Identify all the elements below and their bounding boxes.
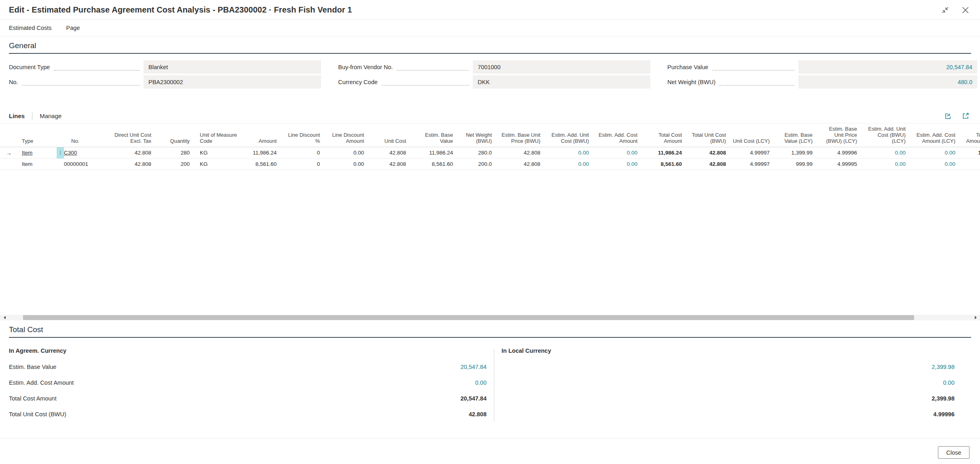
cell-quantity[interactable]: 280 — [156, 150, 195, 156]
field-value-buy-from-vendor-no[interactable]: 7001000 — [473, 60, 650, 74]
cell-direct-unit-cost-excl-tax[interactable]: 42.808 — [111, 150, 156, 156]
cell-unit-cost-lcy[interactable]: 4.99997 — [731, 150, 775, 156]
column-header-unit-cost-lcy[interactable]: Unit Cost (LCY) — [731, 138, 775, 144]
cell-estim-add-cost-amount-lcy[interactable]: 0.00 — [910, 161, 960, 167]
cell-total-cost-amount[interactable]: 11,986.24 — [642, 150, 687, 156]
cell-more-options-icon[interactable]: ⋮ — [57, 147, 64, 159]
cell-no[interactable]: 00000001 — [57, 159, 111, 170]
cell-quantity[interactable]: 200 — [156, 161, 195, 167]
cell-unit-cost[interactable]: 42.808 — [369, 161, 411, 167]
column-header-estim-add-cost-amount[interactable]: Estim. Add. Cost Amount — [594, 132, 642, 144]
cell-estim-base-value[interactable]: 8,561.60 — [411, 161, 458, 167]
scroll-right-arrow[interactable] — [971, 315, 980, 320]
close-button[interactable]: Close — [938, 446, 969, 459]
general-section-header[interactable]: General — [9, 41, 971, 54]
field-value-currency-code[interactable]: DKK — [473, 75, 650, 89]
cell-estim-base-unit-price-bwu[interactable]: 42.808 — [497, 150, 545, 156]
column-header-estim-base-unit-price-bwu[interactable]: Estim. Base Unit Price (BWU) — [497, 132, 545, 144]
total-value-estim-base-value[interactable]: 20,547.84 — [460, 364, 487, 370]
cell-estim-base-value-lcy[interactable]: 1,399.99 — [775, 150, 817, 156]
cell-line-discount[interactable]: 0 — [282, 161, 325, 167]
cell-unit-of-measure-code[interactable]: KG — [195, 150, 243, 156]
column-header-no[interactable]: No. — [57, 138, 111, 144]
column-header-amount[interactable]: Amount — [243, 138, 282, 144]
cell-total-cost-amount[interactable]: 8,561.60 — [642, 161, 687, 167]
cell-net-weight-bwu[interactable]: 200.0 — [458, 161, 497, 167]
cell-direct-unit-cost-excl-tax[interactable]: 42.808 — [111, 161, 156, 167]
total-value-in-local-currency[interactable]: 2,399.98 — [932, 364, 955, 370]
cell-line-discount-amount[interactable]: 0.00 — [325, 161, 369, 167]
field-value-document-type[interactable]: Blanket — [144, 60, 321, 74]
field-value-net-weight-bwu[interactable]: 480.0 — [798, 75, 977, 89]
type-link[interactable]: Item — [22, 150, 32, 156]
cell-amount[interactable]: 8,561.60 — [243, 161, 282, 167]
column-header-total-unit-cost-bwu[interactable]: Total Unit Cost (BWU) — [687, 132, 731, 144]
column-header-line-discount-amount[interactable]: Line Discount Amount — [325, 132, 369, 144]
column-header-estim-add-cost-amount-lcy[interactable]: Estim. Add. Cost Amount (LCY) — [910, 132, 960, 144]
share-to-excel-icon[interactable] — [944, 112, 952, 120]
cell-type[interactable]: Item — [18, 150, 57, 156]
column-header-estim-base-value-lcy[interactable]: Estim. Base Value (LCY) — [775, 132, 817, 144]
table-row[interactable]: → Item ⋮C30042.808280KG11,986.2400.0042.… — [0, 147, 980, 159]
column-header-net-weight-bwu[interactable]: Net Weight (BWU) — [458, 132, 497, 144]
cell-estim-add-unit-cost-bwu[interactable]: 0.00 — [545, 150, 594, 156]
cell-estim-base-value-lcy[interactable]: 999.99 — [775, 161, 817, 167]
cell-total-cost-amount-lcy[interactable]: 999.99 — [960, 161, 980, 167]
cell-unit-cost[interactable]: 42.808 — [369, 150, 411, 156]
column-header-unit-of-measure-code[interactable]: Unit of Measure Code — [195, 132, 243, 144]
scrollbar-thumb[interactable] — [23, 315, 914, 320]
cell-line-discount-amount[interactable]: 0.00 — [325, 150, 369, 156]
cell-total-unit-cost-bwu[interactable]: 42.808 — [687, 150, 731, 156]
cell-amount[interactable]: 11,986.24 — [243, 150, 282, 156]
total-value-estim-add-cost-amount[interactable]: 0.00 — [475, 379, 487, 386]
column-header-estim-base-unit-price-bwu-lcy[interactable]: Estim. Base Unit Price (BWU) (LCY) — [817, 126, 862, 144]
total-cost-section-header[interactable]: Total Cost — [9, 325, 971, 338]
cell-line-discount[interactable]: 0 — [282, 150, 325, 156]
close-icon[interactable] — [961, 6, 969, 14]
column-header-total-cost-amount[interactable]: Total Cost Amount — [642, 132, 687, 144]
column-header-estim-add-unit-cost-bwu-lcy[interactable]: Estim. Add. Unit Cost (BWU) (LCY) — [862, 126, 910, 144]
menu-item-estimated-costs[interactable]: Estimated Costs — [9, 25, 52, 31]
open-in-new-window-icon[interactable] — [962, 112, 969, 120]
column-header-estim-base-value[interactable]: Estim. Base Value — [411, 132, 458, 144]
menu-item-page[interactable]: Page — [66, 25, 80, 31]
cell-estim-add-cost-amount[interactable]: 0.00 — [594, 161, 642, 167]
column-header-unit-cost[interactable]: Unit Cost — [369, 138, 411, 144]
cell-total-cost-amount-lcy[interactable]: 1,399.99 — [960, 150, 980, 156]
cell-estim-add-unit-cost-bwu-lcy[interactable]: 0.00 — [862, 150, 910, 156]
field-purchase-value: Purchase Value 20,547.84 — [667, 60, 977, 74]
tab-manage[interactable]: Manage — [40, 112, 61, 119]
cell-estim-base-unit-price-bwu-lcy[interactable]: 4.99995 — [817, 161, 862, 167]
cell-no[interactable]: ⋮C300 — [57, 147, 111, 159]
column-header-type[interactable]: Type — [18, 138, 57, 144]
tab-lines[interactable]: Lines — [9, 112, 25, 119]
column-header-estim-add-unit-cost-bwu[interactable]: Estim. Add. Unit Cost (BWU) — [545, 132, 594, 144]
cell-estim-add-cost-amount[interactable]: 0.00 — [594, 150, 642, 156]
horizontal-scrollbar[interactable] — [0, 315, 980, 320]
cell-estim-add-unit-cost-bwu-lcy[interactable]: 0.00 — [862, 161, 910, 167]
cell-estim-base-unit-price-bwu-lcy[interactable]: 4.99996 — [817, 150, 862, 156]
column-header-line-discount[interactable]: Line Discount % — [282, 132, 325, 144]
scroll-left-arrow[interactable] — [0, 315, 9, 320]
cell-estim-base-unit-price-bwu[interactable]: 42.808 — [497, 161, 545, 167]
type-link[interactable]: Item — [22, 161, 32, 167]
cell-total-unit-cost-bwu[interactable]: 42.808 — [687, 161, 731, 167]
cell-estim-base-value[interactable]: 11,986.24 — [411, 150, 458, 156]
cell-type[interactable]: Item — [18, 161, 57, 167]
group-title: In Local Currency — [502, 347, 955, 359]
table-row[interactable]: Item 0000000142.808200KG8,561.6000.0042.… — [0, 159, 980, 170]
cell-estim-add-unit-cost-bwu[interactable]: 0.00 — [545, 161, 594, 167]
cell-unit-cost-lcy[interactable]: 4.99997 — [731, 161, 775, 167]
cell-estim-add-cost-amount-lcy[interactable]: 0.00 — [910, 150, 960, 156]
item-no-link[interactable]: C300 — [64, 150, 77, 156]
column-header-quantity[interactable]: Quantity — [156, 138, 195, 144]
field-value-purchase-value[interactable]: 20,547.84 — [798, 60, 977, 74]
cell-unit-of-measure-code[interactable]: KG — [195, 161, 243, 167]
restore-size-icon[interactable] — [941, 6, 949, 14]
column-header-total-cost-amount-lcy[interactable]: Total Cost Amount (LCY) — [960, 132, 980, 144]
field-value-no[interactable]: PBA2300002 — [144, 75, 321, 89]
total-value-in-local-currency[interactable]: 0.00 — [943, 379, 955, 386]
item-no-link[interactable]: 00000001 — [64, 161, 88, 167]
cell-net-weight-bwu[interactable]: 280.0 — [458, 150, 497, 156]
column-header-direct-unit-cost-excl-tax[interactable]: Direct Unit Cost Excl. Tax — [111, 132, 156, 144]
